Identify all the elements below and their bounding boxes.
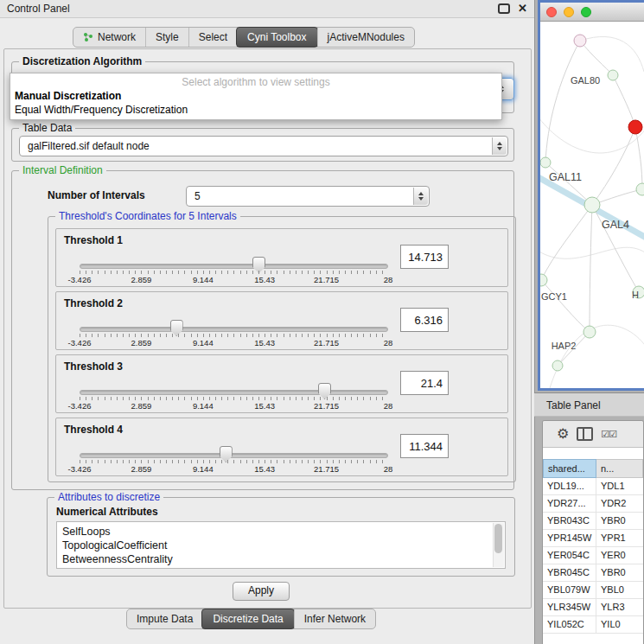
tab-style[interactable]: Style: [145, 28, 188, 47]
select-columns-icon[interactable]: ☑☑: [601, 429, 616, 440]
network-node[interactable]: [540, 274, 547, 286]
tab-label: Style: [156, 31, 179, 43]
column-header-name[interactable]: n...: [596, 459, 643, 478]
close-window-icon[interactable]: [546, 7, 557, 17]
table-row[interactable]: YIL052C YIL0: [543, 616, 643, 634]
cell[interactable]: YBR045C: [543, 564, 596, 581]
cell[interactable]: YPR1: [596, 530, 643, 546]
scale-label: 2.859: [131, 401, 152, 411]
number-of-intervals-combo[interactable]: 5: [186, 186, 430, 207]
tab-infer-network[interactable]: Infer Network: [294, 609, 375, 628]
tab-impute-data[interactable]: Impute Data: [127, 609, 202, 628]
threshold-2-value-field[interactable]: 6.316: [400, 308, 449, 332]
group-legend: Discretization Algorithm: [19, 55, 145, 67]
slider-track[interactable]: [80, 264, 388, 269]
zoom-window-icon[interactable]: [581, 7, 591, 17]
cell[interactable]: YIL052C: [543, 616, 596, 633]
control-panel-window: Control Panel ✕ Network Style Select Cyn…: [0, 0, 535, 644]
numerical-attributes-list[interactable]: SelfLoops TopologicalCoefficient Between…: [56, 521, 506, 569]
scrollbar-thumb[interactable]: [494, 524, 502, 553]
cell[interactable]: YDR2: [596, 495, 643, 512]
network-node[interactable]: [540, 157, 551, 168]
table-row[interactable]: YDL19... YDL1: [543, 478, 643, 495]
cell[interactable]: YDR27...: [543, 495, 596, 512]
tab-discretize-data[interactable]: Discretize Data: [201, 609, 294, 629]
tab-jactivemnodules[interactable]: jActiveMNodules: [317, 28, 414, 47]
scale-label: 2.859: [131, 275, 152, 284]
tab-label: Infer Network: [304, 613, 366, 625]
network-window-titlebar[interactable]: [540, 3, 644, 22]
network-node[interactable]: [608, 70, 618, 80]
threshold-1-slider[interactable]: -3.426 2.859 9.144 15.43 21.715 28: [80, 258, 388, 284]
table-row[interactable]: YLR345W YLR3: [543, 599, 643, 616]
cell[interactable]: YPR145W: [543, 530, 596, 546]
threshold-4-slider[interactable]: -3.426 2.859 9.144 15.43 21.715 28: [80, 448, 388, 474]
table-data-combo[interactable]: galFiltered.sif default node: [19, 136, 508, 156]
control-panel-titlebar[interactable]: Control Panel ✕: [0, 0, 534, 18]
apply-button[interactable]: Apply: [233, 582, 290, 601]
slider-scale: -3.426 2.859 9.144 15.43 21.715 28: [80, 275, 388, 285]
table-row[interactable]: YBL079W YBL0: [543, 582, 643, 599]
combo-stepper[interactable]: [492, 137, 507, 155]
network-canvas[interactable]: GAL80 GAL11 GAL4 GCY1 HAP2 H: [540, 22, 644, 389]
slider-ticks: [80, 460, 388, 463]
slider-scale: -3.426 2.859 9.144 15.43 21.715 28: [80, 401, 388, 411]
table-panel-header[interactable]: Table Panel: [534, 392, 644, 417]
cell[interactable]: YBR0: [596, 564, 643, 581]
tab-label: Cyni Toolbox: [247, 31, 306, 43]
column-header-shared-name[interactable]: shared...: [543, 459, 596, 478]
gear-icon[interactable]: ⚙: [557, 427, 569, 441]
slider-track[interactable]: [80, 327, 388, 332]
cell[interactable]: YBL0: [596, 582, 643, 598]
node-label: GAL4: [602, 219, 629, 231]
network-node[interactable]: [636, 183, 644, 195]
cell[interactable]: YBR043C: [543, 513, 596, 529]
threshold-3-value-field[interactable]: 21.4: [400, 371, 449, 395]
dropdown-item-manual-discretization[interactable]: Manual Discretization: [10, 89, 501, 103]
combo-value: 5: [194, 187, 201, 206]
table-row[interactable]: YBR045C YBR0: [543, 564, 643, 582]
columns-icon[interactable]: [577, 427, 593, 441]
list-scrollbar[interactable]: [493, 523, 504, 567]
network-node[interactable]: [583, 326, 596, 338]
network-node[interactable]: [584, 197, 600, 213]
dropdown-item-equal-width-frequency[interactable]: Equal Width/Frequency Discretization: [10, 103, 501, 117]
cell[interactable]: YDL1: [596, 478, 643, 494]
table-row[interactable]: YER054C YER0: [543, 547, 643, 564]
network-node[interactable]: [574, 35, 586, 47]
minimize-window-icon[interactable]: [564, 7, 574, 17]
network-node-selected[interactable]: [628, 120, 642, 134]
list-item[interactable]: TopologicalCoefficient: [57, 539, 505, 552]
float-window-icon[interactable]: [498, 3, 510, 14]
group-legend: Attributes to discretize: [54, 491, 163, 503]
group-legend: Table Data: [19, 122, 75, 134]
slider-track[interactable]: [80, 390, 388, 395]
threshold-1-value-field[interactable]: 14.713: [400, 245, 449, 269]
tab-select[interactable]: Select: [188, 28, 237, 47]
cell[interactable]: YER054C: [543, 547, 596, 564]
combo-stepper[interactable]: [413, 188, 428, 205]
tab-cyni-toolbox[interactable]: Cyni Toolbox: [236, 27, 317, 48]
network-node[interactable]: [552, 360, 563, 371]
slider-track[interactable]: [80, 453, 388, 458]
cell[interactable]: YER0: [596, 547, 643, 564]
list-item[interactable]: SelfLoops: [57, 525, 505, 539]
tab-network[interactable]: Network: [73, 28, 145, 47]
cell[interactable]: YBL079W: [543, 582, 596, 598]
scale-label: 28: [384, 338, 393, 348]
table-row[interactable]: YDR27... YDR2: [543, 495, 643, 513]
cell[interactable]: YBR0: [596, 513, 643, 529]
cell[interactable]: YDL19...: [543, 478, 596, 494]
cell[interactable]: YIL0: [596, 616, 643, 633]
close-icon[interactable]: ✕: [518, 0, 527, 17]
table-row[interactable]: YPR145W YPR1: [543, 530, 643, 547]
cell[interactable]: YLR345W: [543, 599, 596, 615]
list-item[interactable]: BetweennessCentrality: [57, 552, 505, 566]
slider-ticks: [80, 334, 388, 337]
threshold-2-slider[interactable]: -3.426 2.859 9.144 15.43 21.715 28: [80, 322, 388, 348]
slider-scale: -3.426 2.859 9.144 15.43 21.715 28: [80, 338, 388, 348]
cell[interactable]: YLR3: [596, 599, 643, 615]
threshold-4-value-field[interactable]: 11.344: [400, 434, 449, 458]
threshold-3-slider[interactable]: -3.426 2.859 9.144 15.43 21.715 28: [80, 385, 388, 411]
table-row[interactable]: YBR043C YBR0: [543, 513, 643, 530]
